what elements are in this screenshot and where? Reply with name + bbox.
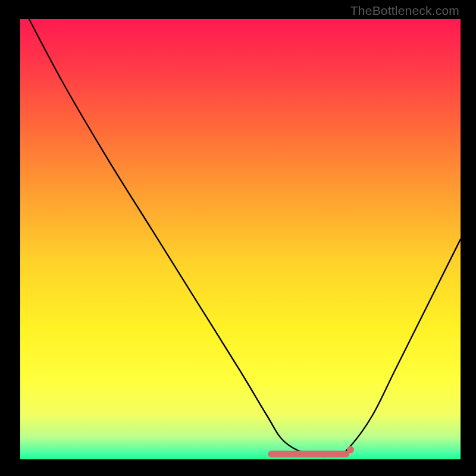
- watermark-text: TheBottleneck.com: [350, 4, 459, 18]
- chart-frame: TheBottleneck.com: [0, 0, 476, 476]
- gradient-background: [20, 19, 461, 459]
- optimal-point-dot: [347, 446, 354, 453]
- chart-svg: [20, 19, 461, 459]
- plot-area: [20, 19, 461, 459]
